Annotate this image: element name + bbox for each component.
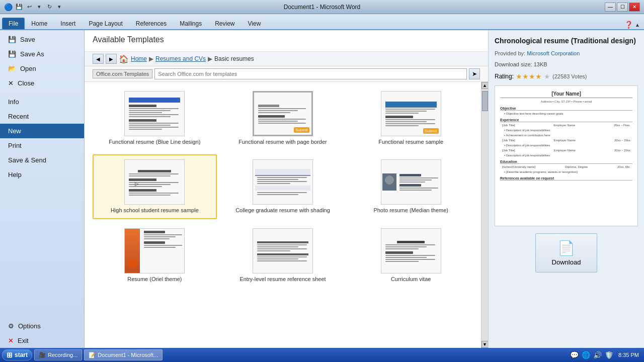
pi-edu-section: Education (500, 160, 632, 164)
preview-img-inner: [Your Name] Address • City, ST ZIP • Pho… (498, 89, 634, 183)
word-label: Document1 - Microsoft... (98, 352, 158, 358)
pi-edu-bullet: • [Describe academic programs, awards or… (504, 170, 628, 173)
sidebar-info-label: Info (8, 98, 19, 106)
back-btn[interactable]: ◀ (93, 54, 104, 64)
sidebar-item-print[interactable]: Print (0, 138, 84, 153)
taskbar: ⊞ start 🎥 Recording... 📝 Document1 - Mic… (0, 348, 644, 362)
title-bar: 🔵 💾 ↩ ▾ ↻ ▾ Document1 - Microsoft Word —… (0, 0, 644, 14)
sidebar-help-label: Help (8, 171, 22, 178)
sidebar-item-info[interactable]: Info (0, 95, 84, 109)
search-input[interactable] (154, 68, 467, 79)
preview-provider: Provided by: Microsoft Corporation (495, 50, 638, 56)
template-item-4[interactable]: College graduate resume with shading (221, 154, 345, 219)
provider-link[interactable]: Microsoft Corporation (527, 50, 580, 56)
template-item-1[interactable]: Submit Functional resume with page borde… (221, 86, 345, 150)
sidebar-item-help[interactable]: Help (0, 167, 84, 182)
tab-view[interactable]: View (242, 18, 268, 29)
sidebar-item-options[interactable]: ⚙ Options (0, 319, 84, 333)
resume-lines-3 (125, 166, 184, 199)
rating-row: Rating: ★★★★ ★ (22583 Votes) (495, 72, 638, 80)
forward-btn[interactable]: ▶ (106, 54, 117, 64)
sidebar-item-new[interactable]: New (0, 124, 84, 138)
tab-file[interactable]: File (2, 18, 25, 29)
template-label-7: Entry-level resume reference sheet (239, 276, 326, 283)
sidebar-item-save[interactable]: 💾 Save (0, 32, 84, 47)
tab-references[interactable]: References (129, 18, 173, 29)
pi-employer1: Employer Name (553, 124, 575, 127)
taskbar-app-word[interactable]: 📝 Document1 - Microsoft... (84, 349, 163, 360)
templates-scrollbar: ▲ ▼ (481, 82, 488, 348)
antivirus-icon: 🛡️ (605, 351, 613, 359)
close-btn[interactable]: ✕ (629, 3, 640, 12)
pi-job-title2: [Job Title] (502, 139, 515, 142)
sidebar-savesend-label: Save & Send (8, 156, 46, 164)
search-btn[interactable]: ➤ (469, 68, 480, 79)
home-icon[interactable]: 🏠 (119, 54, 129, 64)
tab-mailings[interactable]: Mailings (173, 18, 208, 29)
maximize-btn[interactable]: ☐ (617, 3, 628, 12)
pi-edu-row1: [School/University name] Diploma, Degree… (502, 165, 630, 168)
sidebar: 💾 Save 💾 Save As 📂 Open ✕ Close Info Rec… (0, 30, 85, 348)
ribbon-min-btn[interactable]: ▲ (633, 20, 642, 29)
customize-btn[interactable]: ▾ (55, 3, 64, 12)
download-button[interactable]: 📄 Download (535, 233, 598, 273)
template-item-3[interactable]: ▷ High school student resume sample (93, 154, 217, 219)
start-button[interactable]: ⊞ start (2, 349, 32, 360)
repeat-btn[interactable]: ↻ (45, 3, 54, 12)
oriel-layout (125, 229, 184, 273)
sidebar-item-saveas[interactable]: 💾 Save As (0, 47, 84, 61)
sidebar-open-label: Open (20, 65, 36, 72)
pi-exp-bullet2: • Achievement or contribution here (504, 134, 628, 137)
sidebar-item-savesend[interactable]: Save & Send (0, 153, 84, 167)
pi-grad-date: 20xx, Mo. (617, 165, 630, 168)
taskbar-app-recording[interactable]: 🎥 Recording... (34, 349, 82, 360)
undo-dropdown[interactable]: ▾ (35, 3, 44, 12)
sidebar-item-recent[interactable]: Recent (0, 109, 84, 124)
sidebar-item-open[interactable]: 📂 Open (0, 61, 84, 76)
pi-exp-row2: [Job Title] Employer Name 20xx – 20xx (502, 139, 630, 142)
scroll-down-btn[interactable]: ▼ (481, 341, 489, 348)
recording-icon: 🎥 (39, 352, 46, 358)
network-icon: 🌐 (582, 351, 590, 359)
template-label-6: Resume (Oriel theme) (127, 276, 182, 283)
pi-exp-bullet1: • Description of job responsibilities (504, 129, 628, 132)
pi-contact: Address • City, ST ZIP • Phone • email (500, 100, 632, 103)
scroll-up-btn[interactable]: ▲ (481, 82, 489, 89)
breadcrumb-home[interactable]: Home (131, 55, 147, 62)
sidebar-new-label: New (8, 127, 21, 135)
app-body: 💾 Save 💾 Save As 📂 Open ✕ Close Info Rec… (0, 30, 644, 348)
pi-ref-section: References available on request (500, 176, 632, 180)
start-label: start (15, 351, 28, 358)
breadcrumb-bar: ◀ ▶ 🏠 Home ▶ Resumes and CVs ▶ Basic res… (85, 52, 488, 66)
breadcrumb-resumes[interactable]: Resumes and CVs (155, 55, 206, 62)
tab-review[interactable]: Review (208, 18, 241, 29)
save-quick-btn[interactable]: 💾 (15, 3, 24, 12)
preview-image: [Your Name] Address • City, ST ZIP • Pho… (495, 85, 638, 226)
sidebar-close-label: Close (18, 79, 34, 87)
tab-insert[interactable]: Insert (54, 18, 82, 29)
resume-lines-4 (253, 166, 312, 198)
template-item-5[interactable]: Photo resume (Median theme) (349, 154, 473, 219)
breadcrumb-current: Basic resumes (214, 55, 254, 62)
pi-employer2: Employer Name (554, 139, 576, 142)
undo-btn[interactable]: ↩ (25, 3, 34, 12)
template-item-7[interactable]: Entry-level resume reference sheet (221, 223, 345, 288)
pi-exp-row1: [Job Title] Employer Name 20xx – Pres. (502, 124, 630, 127)
word-logo: 🔵 (4, 3, 13, 11)
right-panel: Chronological resume (Traditional design… (488, 30, 644, 348)
template-item-6[interactable]: Resume (Oriel theme) (93, 223, 217, 288)
tab-page-layout[interactable]: Page Layout (82, 18, 129, 29)
sidebar-item-exit[interactable]: ✕ Exit (0, 333, 84, 348)
sidebar-item-close[interactable]: ✕ Close (0, 76, 84, 90)
tab-home[interactable]: Home (25, 18, 54, 29)
minimize-btn[interactable]: — (605, 3, 616, 12)
taskbar-system-icons: 💬 🌐 🔊 🛡️ (570, 351, 613, 359)
template-item-0[interactable]: Functional resume (Blue Line design) (93, 86, 217, 150)
template-item-8[interactable]: Curriculum vitae (349, 223, 473, 288)
photo-resume-lines (397, 172, 441, 192)
title-bar-left: 🔵 💾 ↩ ▾ ↻ ▾ (4, 3, 64, 12)
ribbon-help-btn[interactable]: ❓ (624, 20, 633, 29)
windows-logo: ⊞ (7, 351, 13, 359)
template-item-2[interactable]: Submit Functional resume sample (349, 86, 473, 150)
scroll-thumb[interactable] (482, 91, 488, 111)
